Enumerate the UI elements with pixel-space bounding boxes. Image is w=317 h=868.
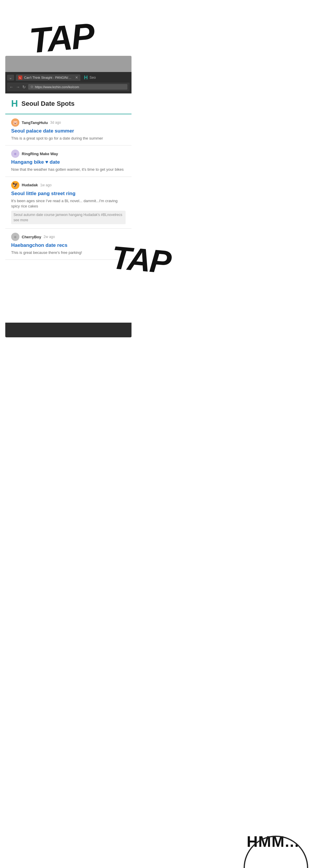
tap-top-label: TAP [28,15,95,61]
post-title: Hangang bike ♥ date [11,159,126,165]
post-title: Seoul little pang street ring [11,190,126,197]
post-title: Seoul palace date summer [11,128,126,134]
post-time: 1w ago [40,183,52,187]
tab-close-button[interactable]: ✕ [75,75,78,80]
seo-label: Seo [90,75,96,80]
post-excerpt: Now that the weather has gotten warmer, … [11,167,126,172]
back-button[interactable]: ← [9,85,13,89]
post-excerpt: This is a great spot to go for a date du… [11,136,126,141]
avatar: ● [11,233,20,241]
post-author: RingRing Make Way [22,152,58,156]
post-list: 🐷 TangTangHulu 3d ago Seoul palace date … [5,114,132,260]
post-author: TangTangHulu [22,121,48,125]
avatar: 🐷 [11,118,20,127]
post-author: CherryBoy [22,235,41,239]
tab-bar: ⌄ L Can't Think Straight - PANGIN/Hudada… [7,74,130,81]
tab-title: Can't Think Straight - PANGIN/Hudadak [24,76,73,79]
site-header: H Seoul Date Spots [5,93,132,114]
phone-bottom-bar [5,322,132,337]
post-tags: Seoul autumn date course jamwon hangang … [11,211,126,224]
post-meta: 🦅 Hudadak 1w ago [11,181,126,189]
phone-mockup: ⌄ L Can't Think Straight - PANGIN/Hudada… [5,56,132,320]
post-item[interactable]: 🐷 TangTangHulu 3d ago Seoul palace date … [5,114,132,146]
post-item[interactable]: 🦅 Hudadak 1w ago Seoul little pang stree… [5,177,132,228]
tap-right-label: TAP [110,239,172,281]
post-time: 2w ago [43,235,55,239]
avatar: ● [11,150,20,158]
post-time: 3d ago [50,121,61,125]
url-text: https://www.lezhin.com/ko/com [35,85,79,89]
site-title: Seoul Date Spots [22,100,75,107]
post-meta: 🐷 TangTangHulu 3d ago [11,118,126,127]
tab-chevron[interactable]: ⌄ [7,74,14,81]
post-excerpt: It's been ages since I've read a BL nove… [11,198,126,209]
tab-favicon: L [18,75,22,80]
post-title: Haebangchon date recs [11,242,126,249]
heart-icon: ♥ [45,159,48,165]
site-logo: H [11,98,18,109]
url-bar[interactable]: ⊙ https://www.lezhin.com/ko/com [28,84,128,90]
phone-top-bar [5,56,132,72]
forward-button[interactable]: → [16,85,20,89]
avatar: 🦅 [11,181,20,189]
post-meta: ● CherryBoy 2w ago [11,233,126,241]
post-meta: ● RingRing Make Way [11,150,126,158]
browser-content: H Seoul Date Spots 🐷 TangTangHulu 3d ago… [5,93,132,322]
active-tab[interactable]: L Can't Think Straight - PANGIN/Hudadak … [16,74,80,81]
title-text: Hangang bike [11,159,45,165]
refresh-button[interactable]: ↻ [22,85,26,89]
post-item[interactable]: ● RingRing Make Way Hangang bike ♥ date … [5,146,132,177]
post-excerpt: This is great because there's free parki… [11,250,126,255]
hudadak-icon: H [84,74,88,81]
browser-chrome: ⌄ L Can't Think Straight - PANGIN/Hudada… [5,72,132,93]
post-author: Hudadak [22,183,38,187]
site-info-icon: ⊙ [31,85,33,89]
title-text-end: date [48,159,60,165]
nav-bar: ← → ↻ ⊙ https://www.lezhin.com/ko/com [7,83,130,91]
